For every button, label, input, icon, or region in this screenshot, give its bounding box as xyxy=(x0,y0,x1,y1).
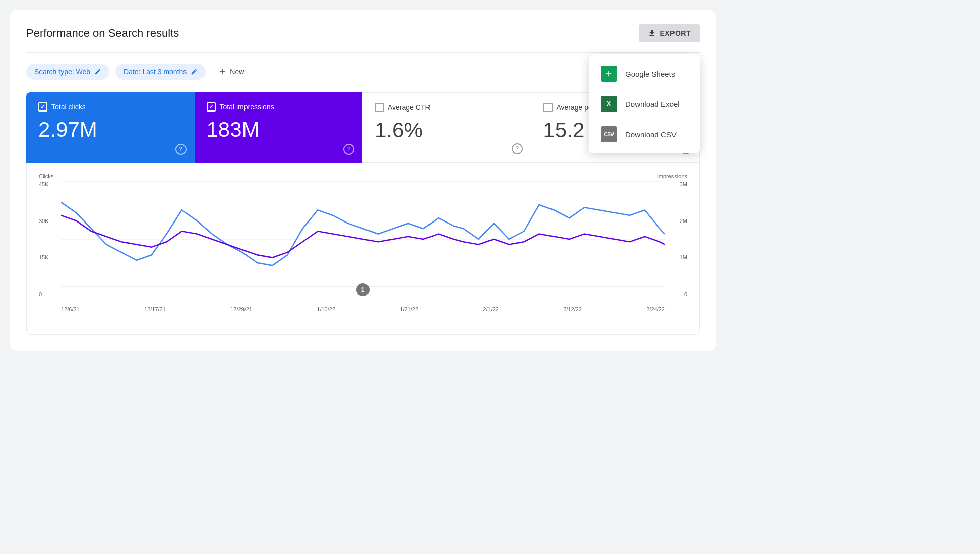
download-excel-option[interactable]: X Download Excel xyxy=(589,89,700,119)
y-right-0: 0 xyxy=(684,291,687,297)
clicks-value: 2.97M xyxy=(38,118,182,142)
metric-ctr-header: Average CTR xyxy=(375,103,519,112)
metric-impressions[interactable]: Total impressions 183M ? xyxy=(195,92,363,163)
ctr-label: Average CTR xyxy=(388,103,431,112)
impressions-label: Total impressions xyxy=(220,103,274,111)
header-row: Performance on Search results EXPORT Goo… xyxy=(26,24,700,42)
export-dropdown: Google Sheets X Download Excel CSV Downl… xyxy=(589,54,700,153)
export-button[interactable]: EXPORT xyxy=(639,24,700,42)
y-axis-right: 3M 2M 1M 0 xyxy=(667,181,687,297)
metric-impressions-header: Total impressions xyxy=(207,102,351,112)
y-axis-left: 45K 30K 15K 0 xyxy=(39,181,59,297)
edit-date-icon xyxy=(191,68,198,75)
y-right-1m: 1M xyxy=(680,254,687,260)
search-type-filter[interactable]: Search type: Web xyxy=(26,64,109,80)
chart-svg xyxy=(61,181,665,297)
download-csv-label: Download CSV xyxy=(625,130,677,139)
sheets-plus-icon xyxy=(604,69,614,78)
metric-ctr[interactable]: Average CTR 1.6% ? xyxy=(362,92,531,163)
badge-number: 1 xyxy=(361,286,365,293)
left-axis-title: Clicks xyxy=(39,173,53,179)
metric-clicks-header: Total clicks xyxy=(38,102,182,112)
chart-svg-area xyxy=(61,181,665,297)
chart-container: Clicks Impressions 45K 30K 15K 0 3M 2M 1… xyxy=(26,163,700,335)
ctr-help-icon[interactable]: ? xyxy=(512,143,523,154)
download-csv-option[interactable]: CSV Download CSV xyxy=(589,119,700,149)
x-label-5: 1/21/22 xyxy=(400,306,418,312)
x-label-2: 12/17/21 xyxy=(144,306,166,312)
new-button[interactable]: New xyxy=(212,63,250,80)
x-label-1: 12/6/21 xyxy=(61,306,80,312)
impressions-checkbox[interactable] xyxy=(207,102,216,112)
new-label: New xyxy=(230,68,244,76)
add-icon xyxy=(218,67,227,76)
sheets-icon xyxy=(601,66,617,82)
csv-icon: CSV xyxy=(601,126,617,142)
impressions-help-icon[interactable]: ? xyxy=(343,144,354,155)
date-filter[interactable]: Date: Last 3 months xyxy=(115,64,206,80)
google-sheets-option[interactable]: Google Sheets xyxy=(589,59,700,89)
page-title: Performance on Search results xyxy=(26,27,179,40)
clicks-help-icon[interactable]: ? xyxy=(175,144,187,155)
metric-clicks[interactable]: Total clicks 2.97M ? xyxy=(26,92,195,163)
google-sheets-label: Google Sheets xyxy=(625,70,675,78)
x-label-4: 1/10/22 xyxy=(317,306,335,312)
y-right-2m: 2M xyxy=(680,218,687,224)
ctr-value: 1.6% xyxy=(375,118,519,142)
y-left-45k: 45K xyxy=(39,181,59,187)
y-left-0: 0 xyxy=(39,291,59,297)
right-axis-title: Impressions xyxy=(657,173,687,179)
date-label: Date: Last 3 months xyxy=(124,68,187,76)
clicks-checkbox[interactable] xyxy=(38,102,47,112)
chart-badge[interactable]: 1 xyxy=(356,283,370,296)
export-label: EXPORT xyxy=(660,29,691,37)
x-axis-labels: 12/6/21 12/17/21 12/29/21 1/10/22 1/21/2… xyxy=(61,306,665,312)
download-icon xyxy=(648,29,656,37)
x-label-6: 2/1/22 xyxy=(483,306,499,312)
excel-icon-text: X xyxy=(607,100,611,107)
main-container: Performance on Search results EXPORT Goo… xyxy=(10,10,716,351)
export-area: EXPORT Google Sheets X Download Exc xyxy=(639,24,700,42)
impressions-value: 183M xyxy=(207,118,351,142)
chart-axis-titles: Clicks Impressions xyxy=(39,173,687,179)
x-label-3: 12/29/21 xyxy=(230,306,252,312)
y-left-15k: 15K xyxy=(39,254,59,260)
search-type-label: Search type: Web xyxy=(34,68,90,76)
clicks-label: Total clicks xyxy=(51,103,86,111)
excel-icon: X xyxy=(601,96,617,112)
x-label-7: 2/12/22 xyxy=(563,306,582,312)
csv-icon-text: CSV xyxy=(604,132,614,137)
download-excel-label: Download Excel xyxy=(625,100,680,108)
header-divider xyxy=(26,52,700,53)
chart-area: 45K 30K 15K 0 3M 2M 1M 0 xyxy=(39,181,687,312)
position-checkbox[interactable] xyxy=(543,103,553,112)
edit-icon xyxy=(94,68,101,75)
y-left-30k: 30K xyxy=(39,218,59,224)
ctr-checkbox[interactable] xyxy=(375,103,384,112)
x-label-8: 2/24/22 xyxy=(646,306,665,312)
y-right-3m: 3M xyxy=(680,181,687,187)
